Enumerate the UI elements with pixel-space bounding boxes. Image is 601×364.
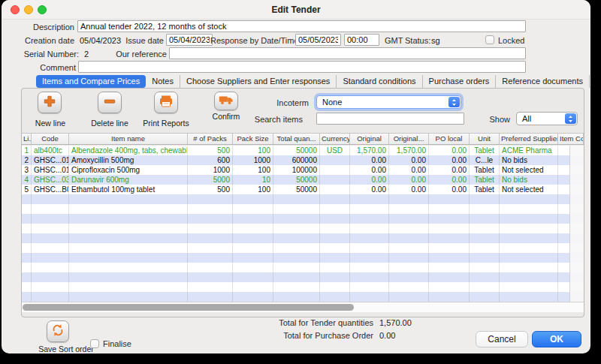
cell-pack_size (233, 253, 273, 263)
cell-code: GHSC...0355 (32, 175, 69, 185)
horizontal-scrollbar[interactable] (22, 302, 584, 312)
cell-packs: 5000 (188, 175, 233, 185)
cell-packs (188, 243, 233, 253)
column-header-item_name[interactable]: Item name (69, 134, 188, 144)
incoterm-label: Incoterm (234, 98, 309, 107)
cell-item_name (69, 204, 188, 214)
cell-currency (320, 185, 350, 194)
table-row[interactable]: 4GHSC...0355Darunavir 600mg500010500000.… (22, 175, 584, 185)
table-row[interactable] (22, 253, 584, 263)
table-row[interactable] (22, 214, 584, 224)
cell-unit (470, 233, 500, 243)
cell-pack_size: 10 (233, 175, 273, 185)
column-header-original_2[interactable]: Original... (389, 134, 429, 144)
tab-notes[interactable]: Notes (146, 75, 180, 88)
column-header-original[interactable]: Original (350, 134, 389, 144)
table-row[interactable] (22, 194, 584, 204)
search-items-label: Search items (228, 115, 303, 124)
column-header-currency[interactable]: Currency (320, 134, 350, 144)
cell-item_name (69, 233, 188, 243)
table-row[interactable] (22, 272, 584, 282)
table-row[interactable] (22, 243, 584, 253)
table-row[interactable] (22, 263, 584, 272)
table-row[interactable] (22, 224, 584, 233)
cell-currency (320, 214, 350, 224)
cell-packs (188, 282, 233, 292)
cell-preferred_supplier: No bids (500, 155, 558, 165)
tab-purchase-orders[interactable]: Purchase orders (422, 75, 496, 88)
column-header-preferred_supplier[interactable]: Preferred Supplier (500, 134, 558, 144)
tab-standard-conditions[interactable]: Standard conditions (336, 75, 421, 88)
vertical-scrollbar[interactable] (569, 146, 584, 302)
tab-tender-preferences[interactable]: Tender preferences (589, 75, 590, 88)
table-row[interactable] (22, 282, 584, 292)
cell-code (32, 282, 69, 292)
cell-unit (470, 243, 500, 253)
cell-currency (320, 224, 350, 233)
cell-packs (188, 233, 233, 243)
table-row[interactable]: 5GHSC...B0103Ethambutol 100mg tablet5001… (22, 185, 584, 194)
cancel-button[interactable]: Cancel (476, 331, 528, 347)
table-row[interactable] (22, 292, 584, 302)
cell-po_local: 0.00 (429, 146, 470, 155)
save-sort-order-button[interactable] (47, 320, 69, 342)
table-row[interactable]: 2GHSC...0101Amoxycillin 500mg60010006000… (22, 155, 584, 165)
search-items-input[interactable] (316, 113, 464, 125)
printer-icon (159, 95, 174, 111)
table-row[interactable]: 3GHSC...0104Ciprofloxacin 500mg100010010… (22, 165, 584, 175)
cell-po_local (429, 263, 470, 272)
sync-icon (51, 323, 65, 340)
column-header-po_local[interactable]: PO local (429, 134, 470, 144)
description-input[interactable] (77, 20, 526, 32)
chevron-updown-icon (565, 113, 576, 124)
issue-date-input[interactable] (166, 34, 213, 46)
cell-currency (320, 272, 350, 282)
cell-line (22, 272, 32, 282)
column-header-line[interactable]: Li.. (22, 134, 32, 144)
cell-currency (320, 233, 350, 243)
response-by-date-input[interactable] (295, 34, 341, 46)
column-header-code[interactable]: Code (32, 134, 69, 144)
cell-original (350, 263, 389, 272)
cell-packs (188, 224, 233, 233)
cell-total_qty (273, 194, 320, 204)
cell-unit: Tablet (470, 146, 500, 155)
cell-po_local (429, 292, 470, 302)
table-row[interactable]: 1alb400tcAlbendazole 400mg, tabs, chewab… (22, 146, 584, 155)
table-row[interactable] (22, 204, 584, 214)
tab-items-and-compare-prices[interactable]: Items and Compare Prices (36, 75, 146, 88)
cell-unit (470, 263, 500, 272)
our-reference-input[interactable] (169, 47, 526, 59)
response-by-time-input[interactable] (344, 34, 379, 46)
new-line-button[interactable] (38, 92, 62, 113)
show-select[interactable]: All (516, 112, 578, 125)
column-header-total_qty[interactable]: Total quan... (273, 134, 320, 144)
cell-preferred_supplier (500, 194, 558, 204)
incoterm-select[interactable]: None (316, 95, 461, 109)
cell-pack_size: 100 (233, 165, 273, 175)
column-header-unit[interactable]: Unit (470, 134, 500, 144)
cell-original: 0.00 (350, 185, 389, 194)
tab-reference-documents[interactable]: Reference documents (495, 75, 589, 88)
column-header-item_con[interactable]: Item Con.. (558, 134, 584, 144)
ok-button[interactable]: OK (532, 331, 581, 347)
cell-packs (188, 292, 233, 302)
table-row[interactable] (22, 233, 584, 243)
delete-line-button[interactable] (98, 92, 122, 113)
locked-checkbox[interactable] (485, 35, 494, 44)
cell-line: 1 (22, 146, 32, 155)
comment-input[interactable] (78, 61, 526, 73)
cell-packs (188, 194, 233, 204)
cell-unit: Tablet (470, 185, 500, 194)
print-reports-button[interactable] (154, 92, 178, 113)
column-header-packs[interactable]: # of Packs (188, 134, 233, 144)
cell-unit: C...le (470, 155, 500, 165)
cell-item_name (69, 224, 188, 233)
cell-item_name (69, 263, 188, 272)
cell-po_local (429, 282, 470, 292)
column-header-pack_size[interactable]: Pack Size (233, 134, 273, 144)
finalise-checkbox[interactable] (90, 339, 99, 348)
horizontal-scrollbar-thumb[interactable] (23, 304, 354, 311)
cell-pack_size (233, 194, 273, 204)
tab-choose-suppliers-and-enter-responses[interactable]: Choose Suppliers and Enter responses (180, 75, 336, 88)
